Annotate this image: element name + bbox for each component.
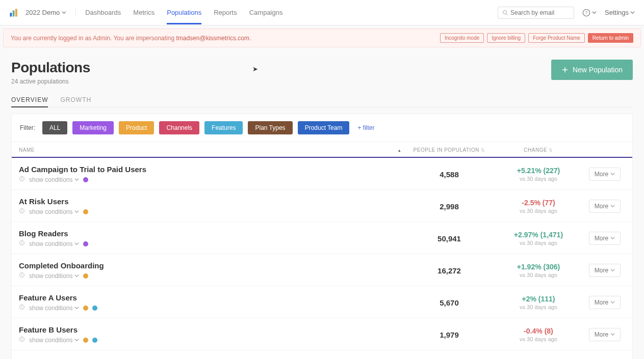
info-icon [19, 240, 25, 247]
svg-rect-24 [22, 339, 22, 341]
population-count: 16,272 [406, 266, 493, 275]
account-name: 2022 Demo [25, 9, 60, 16]
filter-chip-product[interactable]: Product [119, 121, 154, 134]
help-icon: ? [582, 9, 590, 17]
brand-logo [9, 8, 18, 17]
population-row[interactable]: Blog Readers show conditions 50,941 +2.9… [12, 222, 632, 254]
chevron-down-icon [610, 299, 615, 306]
info-icon [19, 208, 25, 215]
search-input[interactable] [510, 9, 570, 16]
population-row[interactable]: Ad Campaign to Trial to Paid Users show … [12, 158, 632, 190]
svg-rect-21 [22, 307, 22, 309]
svg-text:?: ? [585, 10, 588, 15]
nav-item-populations[interactable]: Populations [167, 1, 201, 24]
orange-tag-dot [83, 273, 88, 279]
impersonation-action-button[interactable]: Incognito mode [440, 33, 484, 43]
row-more-button[interactable]: More [589, 200, 621, 213]
new-population-label: New Population [573, 66, 623, 74]
orange-tag-dot [83, 338, 88, 343]
row-more-button[interactable]: More [589, 296, 621, 309]
population-row[interactable]: At Risk Users show conditions 2,998 -2.5… [12, 190, 632, 222]
show-conditions-toggle[interactable]: show conditions [29, 337, 79, 344]
show-conditions-toggle[interactable]: show conditions [29, 240, 79, 247]
change-vs-text: vs 30 days ago [493, 304, 584, 310]
population-count: 1,979 [406, 330, 493, 339]
population-count: 5,670 [406, 298, 493, 307]
svg-rect-18 [22, 274, 22, 277]
search-input-wrapper[interactable] [498, 7, 574, 19]
population-row[interactable]: Completed Onboarding show conditions 16,… [12, 254, 632, 286]
purple-tag-dot [83, 241, 88, 246]
filter-chip-channels[interactable]: Channels [159, 121, 199, 134]
chevron-down-icon [74, 240, 79, 247]
filter-chip-product-team[interactable]: Product Team [298, 121, 350, 134]
population-change: +1.92% (306) [493, 263, 584, 271]
population-name: At Risk Users [19, 197, 406, 206]
nav-item-reports[interactable]: Reports [214, 1, 237, 24]
nav-item-campaigns[interactable]: Campaigns [249, 1, 283, 24]
population-name: Feature B Users [19, 325, 406, 334]
svg-point-20 [21, 306, 22, 306]
tab-growth[interactable]: GROWTH [60, 93, 91, 107]
tab-overview[interactable]: OVERVIEW [11, 93, 48, 107]
main-nav: DashboardsMetricsPopulationsReportsCampa… [85, 1, 498, 24]
impersonation-action-button[interactable]: Forge Product Name [528, 33, 585, 43]
account-switcher[interactable]: 2022 Demo [25, 9, 76, 16]
filter-chip-marketing[interactable]: Marketing [72, 121, 114, 134]
population-count: 4,588 [406, 170, 493, 179]
change-vs-text: vs 30 days ago [493, 272, 584, 278]
population-name: Completed Onboarding [19, 261, 406, 270]
impersonation-email: tmadsen@kissmetrics.com [176, 35, 249, 42]
add-filter-button[interactable]: + filter [357, 124, 374, 131]
filter-chip-plan-types[interactable]: Plan Types [248, 121, 292, 134]
show-conditions-toggle[interactable]: show conditions [29, 305, 79, 312]
chevron-down-icon [74, 272, 79, 280]
show-conditions-toggle[interactable]: show conditions [29, 208, 79, 215]
nav-item-metrics[interactable]: Metrics [133, 1, 154, 24]
row-more-button[interactable]: More [589, 328, 621, 341]
svg-rect-2 [15, 9, 17, 16]
svg-rect-12 [22, 210, 22, 212]
blue-tag-dot [92, 338, 97, 343]
col-header-change[interactable]: CHANGE [524, 147, 547, 153]
population-change: -0.4% (8) [493, 327, 584, 335]
impersonation-text: You are currently logged in as Admin. Yo… [11, 35, 176, 42]
chevron-down-icon [610, 267, 615, 274]
population-count: 2,998 [406, 202, 493, 211]
settings-menu[interactable]: Settings [605, 9, 635, 16]
impersonation-action-button[interactable]: Ignore billing [487, 33, 525, 43]
row-more-button[interactable]: More [589, 168, 621, 181]
show-conditions-toggle[interactable]: show conditions [29, 176, 79, 183]
svg-point-17 [21, 273, 22, 274]
impersonation-banner: You are currently logged in as Admin. Yo… [3, 29, 641, 47]
row-more-button[interactable]: More [589, 232, 621, 245]
population-row[interactable]: Monthly Active Users show conditions 81,… [12, 350, 632, 359]
orange-tag-dot [83, 306, 88, 311]
population-row[interactable]: Feature B Users show conditions 1,979 -0… [12, 318, 632, 350]
page-subtitle: 24 active populations [11, 78, 90, 85]
population-change: +5.21% (227) [493, 167, 584, 175]
chevron-down-icon [74, 337, 79, 344]
info-icon [19, 272, 25, 280]
chevron-down-icon [610, 331, 615, 338]
chevron-down-icon [62, 9, 66, 16]
col-header-name[interactable]: NAME [19, 147, 35, 153]
help-menu[interactable]: ? [582, 9, 597, 17]
filter-chip-all[interactable]: ALL [42, 121, 67, 134]
col-header-people[interactable]: PEOPLE IN POPULATION [414, 147, 479, 153]
population-change: +2% (111) [493, 295, 584, 303]
svg-point-11 [21, 209, 22, 210]
chevron-down-icon [630, 10, 635, 15]
nav-item-dashboards[interactable]: Dashboards [85, 1, 121, 24]
row-more-button[interactable]: More [589, 264, 621, 277]
orange-tag-dot [83, 209, 88, 214]
sort-icon: ⇅ [481, 148, 485, 153]
change-vs-text: vs 30 days ago [493, 240, 584, 246]
filter-chip-features[interactable]: Features [204, 121, 243, 134]
new-population-button[interactable]: New Population [551, 60, 633, 80]
population-row[interactable]: Feature A Users show conditions 5,670 +2… [12, 286, 632, 318]
return-to-admin-button[interactable]: Return to admin [588, 33, 633, 43]
show-conditions-toggle[interactable]: show conditions [29, 272, 79, 280]
svg-point-23 [21, 338, 22, 338]
info-icon [19, 176, 25, 183]
